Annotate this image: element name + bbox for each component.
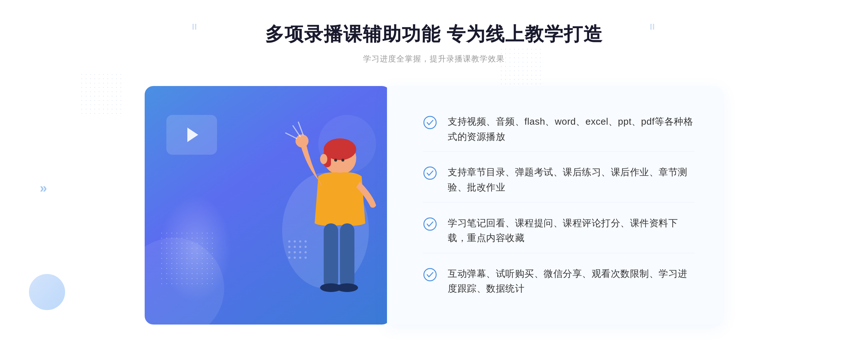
svg-rect-5 bbox=[324, 223, 338, 288]
svg-line-30 bbox=[298, 122, 303, 135]
check-icon-4 bbox=[423, 268, 437, 282]
feature-item-4: 互动弹幕、试听购买、微信分享、观看次数限制、学习进度跟踪、数据统计 bbox=[423, 259, 694, 304]
dot-pattern-left bbox=[80, 72, 123, 116]
page-container: ⁞⁞ ⁞⁞ 多项录播课辅助功能 专为线上教学打造 学习进度全掌握，提升录播课教学… bbox=[0, 0, 868, 352]
svg-point-14 bbox=[299, 240, 301, 242]
image-card bbox=[145, 86, 391, 325]
svg-point-32 bbox=[424, 167, 436, 179]
deco-circle-bottom bbox=[29, 274, 65, 310]
header-section: 多项录播课辅助功能 专为线上教学打造 学习进度全掌握，提升录播课教学效果 bbox=[265, 22, 603, 64]
svg-point-20 bbox=[288, 251, 290, 253]
svg-point-26 bbox=[299, 257, 301, 259]
svg-point-16 bbox=[288, 246, 290, 248]
feature-text-1: 支持视频、音频、flash、word、excel、ppt、pdf等各种格式的资源… bbox=[448, 114, 694, 144]
svg-point-34 bbox=[424, 269, 436, 281]
sub-title: 学习进度全掌握，提升录播课教学效果 bbox=[265, 53, 603, 64]
svg-point-24 bbox=[288, 257, 290, 259]
main-title: 多项录播课辅助功能 专为线上教学打造 bbox=[265, 22, 603, 47]
svg-point-12 bbox=[288, 240, 290, 242]
feature-text-2: 支持章节目录、弹题考试、课后练习、课后作业、章节测验、批改作业 bbox=[448, 165, 694, 195]
svg-point-15 bbox=[305, 240, 307, 242]
svg-line-29 bbox=[286, 133, 297, 138]
feature-item-2: 支持章节目录、弹题考试、课后练习、课后作业、章节测验、批改作业 bbox=[423, 158, 694, 202]
dot-pattern-right bbox=[499, 47, 542, 90]
person-svg bbox=[260, 115, 398, 325]
svg-point-31 bbox=[424, 116, 436, 129]
svg-point-18 bbox=[299, 246, 301, 248]
svg-point-19 bbox=[305, 246, 307, 248]
svg-point-23 bbox=[305, 251, 307, 253]
svg-point-4 bbox=[295, 134, 309, 147]
features-panel: 支持视频、音频、flash、word、excel、ppt、pdf等各种格式的资源… bbox=[387, 86, 723, 325]
check-icon-1 bbox=[423, 116, 437, 129]
svg-point-13 bbox=[294, 240, 296, 242]
svg-point-33 bbox=[424, 218, 436, 230]
svg-point-17 bbox=[294, 246, 296, 248]
svg-point-8 bbox=[336, 283, 358, 292]
feature-text-3: 学习笔记回看、课程提问、课程评论打分、课件资料下载，重点内容收藏 bbox=[448, 216, 694, 246]
illustration bbox=[260, 115, 398, 325]
check-icon-2 bbox=[423, 166, 437, 180]
svg-point-9 bbox=[320, 154, 327, 164]
chevron-left-decor: » bbox=[40, 181, 47, 196]
decor-chevron-left: ⁞⁞ bbox=[192, 22, 197, 32]
decor-chevron-right: ⁞⁞ bbox=[650, 22, 655, 32]
feature-item-1: 支持视频、音频、flash、word、excel、ppt、pdf等各种格式的资源… bbox=[423, 107, 694, 152]
svg-rect-6 bbox=[340, 223, 354, 288]
svg-point-21 bbox=[294, 251, 296, 253]
light-beam bbox=[159, 194, 231, 303]
check-icon-3 bbox=[423, 217, 437, 231]
play-bubble bbox=[166, 115, 217, 155]
svg-point-10 bbox=[334, 159, 337, 162]
svg-point-27 bbox=[305, 257, 307, 259]
svg-point-25 bbox=[294, 257, 296, 259]
svg-point-11 bbox=[341, 159, 344, 162]
play-triangle-icon bbox=[187, 128, 198, 142]
svg-line-28 bbox=[293, 126, 300, 137]
content-area: 支持视频、音频、flash、word、excel、ppt、pdf等各种格式的资源… bbox=[145, 86, 723, 325]
feature-text-4: 互动弹幕、试听购买、微信分享、观看次数限制、学习进度跟踪、数据统计 bbox=[448, 266, 694, 296]
feature-item-3: 学习笔记回看、课程提问、课程评论打分、课件资料下载，重点内容收藏 bbox=[423, 209, 694, 253]
svg-point-22 bbox=[299, 251, 301, 253]
